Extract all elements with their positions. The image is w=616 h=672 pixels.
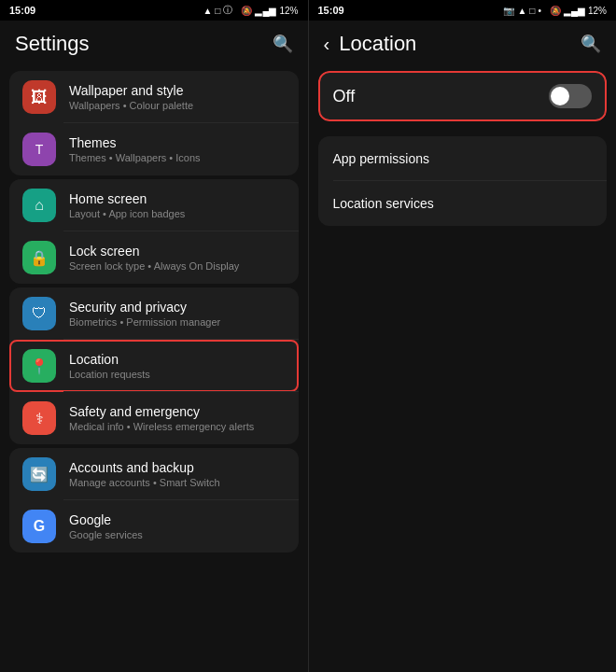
settings-item-lockscreen[interactable]: 🔒 Lock screen Screen lock type • Always … [9,231,299,284]
app-permissions-label: App permissions [333,151,593,166]
right-time: 15:09 [318,5,344,16]
location-toggle-switch[interactable] [549,84,592,108]
location-panel: 15:09 📷 ▲ □ • 🔕 ▂▄▆ 12% ‹ Location 🔍 Off… [308,0,617,672]
left-status-icons: ▲ □ ⓘ 🔕 ▂▄▆ 12% [203,4,298,17]
lockscreen-subtitle: Screen lock type • Always On Display [69,260,286,272]
homescreen-title: Home screen [69,191,286,206]
settings-item-accounts[interactable]: 🔄 Accounts and backup Manage accounts • … [9,448,299,500]
settings-item-location[interactable]: 📍 Location Location requests [9,340,299,392]
settings-group-appearance: 🖼 Wallpaper and style Wallpapers • Colou… [9,71,299,175]
settings-group-security: 🛡 Security and privacy Biometrics • Perm… [9,287,299,444]
settings-header: Settings 🔍 [0,21,308,63]
location-toggle-row[interactable]: Off [318,71,608,121]
homescreen-icon: ⌂ [22,189,56,222]
settings-item-google[interactable]: G Google Google services [9,500,299,553]
accounts-icon: 🔄 [22,457,56,491]
settings-item-wallpaper[interactable]: 🖼 Wallpaper and style Wallpapers • Colou… [9,71,299,123]
accounts-subtitle: Manage accounts • Smart Switch [69,477,286,488]
left-status-bar: 15:09 ▲ □ ⓘ 🔕 ▂▄▆ 12% [0,0,308,21]
themes-subtitle: Themes • Wallpapers • Icons [69,152,286,163]
themes-title: Themes [69,135,286,150]
homescreen-subtitle: Layout • App icon badges [69,208,286,219]
location-menu-section: App permissions Location services [318,136,608,226]
settings-search-icon[interactable]: 🔍 [273,34,293,54]
safety-icon: ⚕ [22,401,56,435]
wallpaper-title: Wallpaper and style [69,83,286,98]
lockscreen-title: Lock screen [69,244,286,259]
left-time: 15:09 [9,5,35,16]
location-icon: 📍 [22,349,56,383]
safety-title: Safety and emergency [69,404,286,419]
google-title: Google [69,512,286,527]
location-title: Location [69,352,286,367]
settings-item-themes[interactable]: T Themes Themes • Wallpapers • Icons [9,123,299,175]
themes-icon: T [22,133,56,166]
settings-title: Settings [15,32,273,56]
lockscreen-icon: 🔒 [22,241,56,274]
security-icon: 🛡 [22,297,56,330]
settings-group-accounts: 🔄 Accounts and backup Manage accounts • … [9,448,299,553]
location-services[interactable]: Location services [318,181,608,226]
wallpaper-icon: 🖼 [22,80,56,114]
location-app-permissions[interactable]: App permissions [318,136,608,181]
wallpaper-subtitle: Wallpapers • Colour palette [69,100,286,111]
accounts-title: Accounts and backup [69,460,286,475]
settings-group-screen: ⌂ Home screen Layout • App icon badges 🔒… [9,179,299,284]
right-status-bar: 15:09 📷 ▲ □ • 🔕 ▂▄▆ 12% [309,0,617,21]
location-services-label: Location services [333,196,593,211]
security-title: Security and privacy [69,300,286,315]
toggle-knob [551,87,569,105]
safety-subtitle: Medical info • Wireless emergency alerts [69,421,286,432]
location-page-title: Location [339,32,581,56]
location-header: ‹ Location 🔍 [309,21,617,63]
security-subtitle: Biometrics • Permission manager [69,316,286,328]
settings-list: 🖼 Wallpaper and style Wallpapers • Colou… [0,63,308,672]
back-button[interactable]: ‹ [324,34,330,55]
google-subtitle: Google services [69,529,286,540]
settings-item-security[interactable]: 🛡 Security and privacy Biometrics • Perm… [9,287,299,340]
settings-item-safety[interactable]: ⚕ Safety and emergency Medical info • Wi… [9,392,299,444]
right-status-icons: 📷 ▲ □ • 🔕 ▂▄▆ 12% [503,6,607,16]
location-toggle-section: Off [318,71,608,121]
location-search-icon[interactable]: 🔍 [581,34,601,54]
settings-item-homescreen[interactable]: ⌂ Home screen Layout • App icon badges [9,179,299,231]
google-icon: G [22,510,56,543]
location-toggle-label: Off [333,87,550,106]
location-subtitle: Location requests [69,369,286,380]
settings-panel: 15:09 ▲ □ ⓘ 🔕 ▂▄▆ 12% Settings 🔍 🖼 Wallp… [0,0,308,672]
